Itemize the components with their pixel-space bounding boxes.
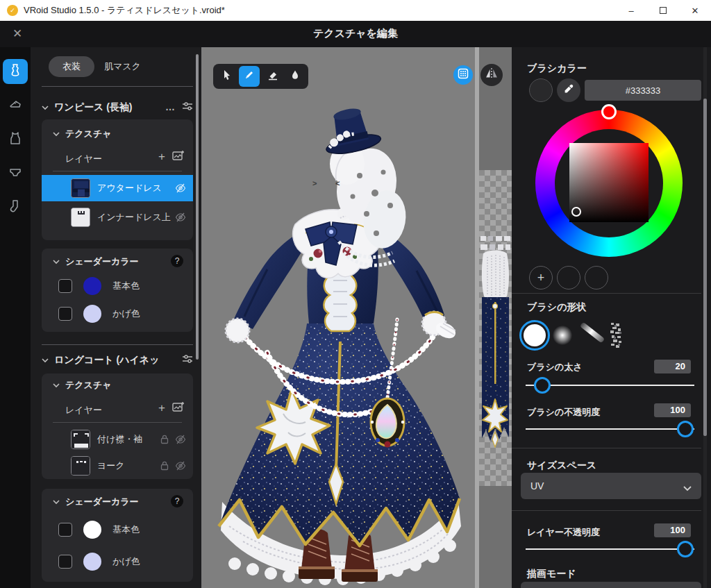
brush-shape-textured[interactable] <box>610 322 624 348</box>
eyedropper-icon <box>563 83 574 97</box>
select-tool-button[interactable] <box>217 66 237 87</box>
layer-row-yoke[interactable]: ヨーク <box>42 453 193 479</box>
more-options-icon[interactable]: … <box>165 101 175 113</box>
gizmo-arrow-left[interactable]: < <box>335 179 340 187</box>
tune-icon[interactable] <box>182 101 193 113</box>
brush-shape-hard[interactable] <box>519 320 550 351</box>
droplet-icon <box>290 69 301 83</box>
divider <box>512 510 701 511</box>
divider <box>512 293 701 294</box>
tab-costume[interactable]: 衣装 <box>49 56 94 77</box>
eyedropper-button[interactable] <box>557 78 580 102</box>
layers-label: レイヤー <box>65 404 102 417</box>
layer-thumbnail <box>71 456 90 476</box>
texture-strip-preview[interactable] <box>479 47 512 588</box>
lock-icon[interactable] <box>160 460 169 474</box>
panel-divider[interactable] <box>475 47 479 588</box>
maximize-icon <box>660 7 667 14</box>
pen-tool-button[interactable] <box>239 66 260 87</box>
layer-name: 付け襟・袖 <box>97 433 142 446</box>
layer-row-inner-dress[interactable]: インナードレス上 <box>42 204 193 230</box>
add-layer-icon[interactable]: + <box>158 150 165 164</box>
layer-row-collar-sleeve[interactable]: 付け襟・袖 <box>42 426 193 453</box>
add-swatch-button[interactable]: + <box>529 266 553 289</box>
editor-title: テクスチャを編集 <box>0 27 711 40</box>
help-icon[interactable]: ? <box>171 255 183 267</box>
visibility-off-icon[interactable] <box>175 460 186 474</box>
base-color-checkbox[interactable] <box>58 279 72 293</box>
minimize-button[interactable]: – <box>615 0 647 21</box>
saved-swatch-slot[interactable] <box>557 266 580 289</box>
vroid-logo-icon: ✓ <box>7 5 18 16</box>
shader-row-shade: かげ色 <box>58 553 140 571</box>
gizmo-arrow-right[interactable]: > <box>312 179 317 187</box>
blur-tool-button[interactable] <box>285 66 306 87</box>
base-color-swatch[interactable] <box>83 277 101 295</box>
vroid-studio-window: ✓ VRoid Studio 1.5.0 - ラティスドレスセット.vroid*… <box>0 0 711 588</box>
base-color-checkbox[interactable] <box>58 523 72 537</box>
close-window-button[interactable]: ✕ <box>679 0 711 21</box>
mirror-toggle-button[interactable] <box>480 64 503 86</box>
category-bottoms-button[interactable] <box>3 161 28 186</box>
draw-mode-dropdown[interactable] <box>521 582 701 588</box>
shade-color-checkbox[interactable] <box>58 307 72 321</box>
brush-size-slider[interactable] <box>526 385 694 386</box>
category-shoes-button[interactable] <box>3 93 28 118</box>
shade-color-checkbox[interactable] <box>58 555 72 569</box>
texture-group: テクスチャ レイヤー + アウタードレス インナードレス上 <box>42 119 193 240</box>
hard-circle-icon <box>524 324 546 346</box>
brush-opacity-slider-thumb[interactable] <box>677 421 694 437</box>
brush-size-value[interactable]: 20 <box>654 360 691 373</box>
category-tops-button[interactable] <box>3 127 28 152</box>
texture-group-header[interactable]: テクスチャ <box>53 379 112 392</box>
visibility-off-icon[interactable] <box>175 212 186 226</box>
brush-opacity-value[interactable]: 100 <box>654 403 691 417</box>
layer-divider <box>53 422 182 423</box>
brush-opacity-slider[interactable] <box>526 428 694 430</box>
shade-color-swatch[interactable] <box>83 553 101 571</box>
visibility-off-icon[interactable] <box>175 434 186 448</box>
shader-group-header[interactable]: シェーダーカラー <box>53 255 139 268</box>
sv-selector-handle[interactable] <box>571 207 581 217</box>
tune-icon[interactable] <box>182 354 193 366</box>
right-panel-scrollbar[interactable] <box>703 99 707 436</box>
chevron-down-icon <box>53 380 60 391</box>
help-icon[interactable]: ? <box>171 495 183 507</box>
visibility-off-icon[interactable] <box>175 183 186 196</box>
shade-color-label: かげ色 <box>112 555 140 568</box>
viewport-3d[interactable]: > < <box>201 47 475 588</box>
saved-swatch-slot[interactable] <box>585 266 608 289</box>
shade-color-swatch[interactable] <box>83 305 101 323</box>
tab-skin-mask[interactable]: 肌マスク <box>104 56 141 77</box>
layer-opacity-slider[interactable] <box>526 548 694 550</box>
brush-size-slider-thumb[interactable] <box>534 377 551 394</box>
uv-grid-toggle-button[interactable] <box>453 65 473 85</box>
category-onepiece-button[interactable] <box>3 59 28 84</box>
hue-selector-handle[interactable] <box>601 104 617 119</box>
hex-color-input[interactable] <box>585 80 701 101</box>
texture-group-header[interactable]: テクスチャ <box>53 128 112 140</box>
shader-group-header[interactable]: シェーダーカラー <box>53 496 139 508</box>
tank-top-icon <box>8 131 22 148</box>
current-color-swatch[interactable] <box>529 78 553 102</box>
base-color-swatch[interactable] <box>83 521 101 539</box>
category-socks-button[interactable] <box>3 195 28 220</box>
add-layer-icon[interactable]: + <box>158 401 165 415</box>
eraser-tool-button[interactable] <box>262 66 283 87</box>
shader-row-base: 基本色 <box>58 277 140 295</box>
lock-icon[interactable] <box>160 434 169 448</box>
layer-opacity-value[interactable]: 100 <box>654 523 691 537</box>
brush-shape-stroke[interactable] <box>580 322 605 344</box>
import-image-icon[interactable] <box>172 150 185 164</box>
brush-shape-soft[interactable] <box>553 326 572 345</box>
layer-row-outer-dress[interactable]: アウタードレス <box>42 175 193 201</box>
import-image-icon[interactable] <box>172 401 185 415</box>
grid-icon <box>458 68 469 82</box>
section-onepiece[interactable]: ワンピース (長袖) … <box>42 100 193 115</box>
size-space-dropdown[interactable]: UV <box>521 473 701 499</box>
section-longcoat[interactable]: ロングコート (ハイネック) <box>42 353 193 368</box>
saturation-value-square[interactable] <box>569 143 649 222</box>
maximize-button[interactable] <box>647 0 679 21</box>
left-panel-scrollbar[interactable] <box>196 54 199 360</box>
layer-opacity-slider-thumb[interactable] <box>677 541 694 557</box>
